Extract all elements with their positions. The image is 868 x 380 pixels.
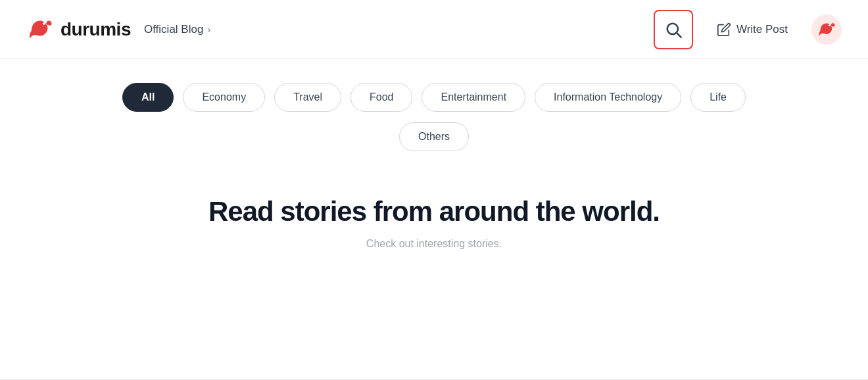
write-post-label: Write Post [736,23,788,36]
logo[interactable]: durumis [26,16,131,43]
category-pill-all[interactable]: All [122,83,174,112]
categories-row-2: Others [399,122,469,151]
category-pill-travel[interactable]: Travel [274,83,341,112]
official-blog-nav[interactable]: Official Blog › [144,23,210,36]
search-button[interactable] [654,10,693,49]
categories-section: AllEconomyTravelFoodEntertainmentInforma… [0,59,868,164]
svg-point-0 [43,22,45,25]
chevron-icon: › [207,24,210,35]
logo-text: durumis [60,19,131,40]
svg-line-2 [677,33,681,37]
category-pill-entertainment[interactable]: Entertainment [422,83,525,112]
header: durumis Official Blog › Write Post [0,0,868,59]
hero-title: Read stories from around the world. [208,196,660,227]
category-pill-others[interactable]: Others [399,122,469,151]
edit-icon [717,22,731,37]
category-pill-information-technology[interactable]: Information Technology [535,83,681,112]
category-pill-life[interactable]: Life [690,83,746,112]
header-left: durumis Official Blog › [26,16,210,43]
avatar-icon [817,20,836,39]
logo-icon [26,16,54,43]
write-post-button[interactable]: Write Post [704,16,801,43]
hero-subtitle: Check out interesting stories. [366,238,502,250]
header-right: Write Post [654,10,842,49]
search-icon [664,20,683,39]
svg-point-3 [829,24,831,26]
categories-row-1: AllEconomyTravelFoodEntertainmentInforma… [122,83,746,112]
avatar[interactable] [811,14,842,45]
category-pill-economy[interactable]: Economy [183,83,265,112]
category-pill-food[interactable]: Food [350,83,412,112]
official-blog-label: Official Blog [144,23,203,36]
hero-section: Read stories from around the world. Chec… [0,164,868,263]
